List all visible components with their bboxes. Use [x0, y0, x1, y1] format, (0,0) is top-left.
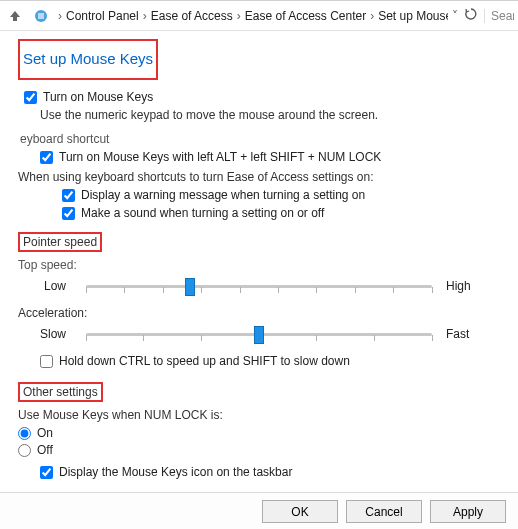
pointer-speed-group-label: Pointer speed [23, 235, 97, 249]
turn-on-mouse-keys-checkbox[interactable] [24, 91, 37, 104]
warn-label: Display a warning message when turning a… [81, 188, 365, 202]
chevron-down-icon[interactable]: ˅ [452, 9, 458, 23]
acceleration-label: Acceleration: [18, 306, 500, 320]
svg-rect-1 [38, 13, 44, 19]
crumb-3[interactable]: Set up Mouse Keys [378, 9, 448, 23]
cpl-icon [33, 8, 49, 24]
slider-thumb[interactable] [185, 278, 195, 296]
dialog-footer: OK Cancel Apply [0, 492, 518, 529]
highlight-box-pointer-speed: Pointer speed [18, 232, 102, 252]
hold-ctrl-checkbox[interactable] [40, 355, 53, 368]
acceleration-slider[interactable] [86, 324, 432, 344]
nav-back-button[interactable] [4, 5, 26, 27]
top-speed-low-label: Low [18, 279, 72, 293]
highlight-box-title: Set up Mouse Keys [18, 39, 158, 80]
slider-thumb[interactable] [254, 326, 264, 344]
enable-shortcut-label: Turn on Mouse Keys with left ALT + left … [59, 150, 381, 164]
content-area: Set up Mouse Keys Turn on Mouse Keys Use… [0, 31, 518, 492]
chevron-right-icon: › [56, 9, 64, 23]
cancel-button[interactable]: Cancel [346, 500, 422, 523]
search-input[interactable]: Sear [484, 9, 514, 23]
sound-label: Make a sound when turning a setting on o… [81, 206, 324, 220]
accel-slow-label: Slow [18, 327, 72, 341]
keyboard-shortcut-group-label: eyboard shortcut [20, 132, 500, 146]
crumb-2[interactable]: Ease of Access Center [245, 9, 366, 23]
page-title: Set up Mouse Keys [23, 50, 153, 67]
accel-fast-label: Fast [446, 327, 500, 341]
top-speed-label: Top speed: [18, 258, 500, 272]
numlock-on-label: On [37, 426, 53, 440]
turn-on-helper-text: Use the numeric keypad to move the mouse… [40, 108, 500, 122]
chevron-right-icon: › [368, 9, 376, 23]
control-panel-icon[interactable] [30, 5, 52, 27]
turn-on-mouse-keys-label: Turn on Mouse Keys [43, 90, 153, 104]
display-icon-label: Display the Mouse Keys icon on the taskb… [59, 465, 292, 479]
numlock-on-radio[interactable] [18, 427, 31, 440]
numlock-off-label: Off [37, 443, 53, 457]
crumb-1[interactable]: Ease of Access [151, 9, 233, 23]
warn-checkbox[interactable] [62, 189, 75, 202]
breadcrumb[interactable]: › Control Panel › Ease of Access › Ease … [56, 9, 448, 23]
display-icon-checkbox[interactable] [40, 466, 53, 479]
address-bar: › Control Panel › Ease of Access › Ease … [0, 1, 518, 31]
highlight-box-other-settings: Other settings [18, 382, 103, 402]
top-speed-high-label: High [446, 279, 500, 293]
other-settings-group-label: Other settings [23, 385, 98, 399]
sound-checkbox[interactable] [62, 207, 75, 220]
enable-shortcut-checkbox[interactable] [40, 151, 53, 164]
when-using-label: When using keyboard shortcuts to turn Ea… [18, 170, 500, 184]
apply-button[interactable]: Apply [430, 500, 506, 523]
slider-ticks [86, 280, 432, 292]
arrow-up-icon [8, 9, 22, 23]
crumb-0[interactable]: Control Panel [66, 9, 139, 23]
ok-button[interactable]: OK [262, 500, 338, 523]
use-when-label: Use Mouse Keys when NUM LOCK is: [18, 408, 500, 422]
refresh-icon[interactable] [460, 7, 482, 24]
chevron-right-icon: › [141, 9, 149, 23]
hold-ctrl-label: Hold down CTRL to speed up and SHIFT to … [59, 354, 350, 368]
chevron-right-icon: › [235, 9, 243, 23]
numlock-off-radio[interactable] [18, 444, 31, 457]
top-speed-slider[interactable] [86, 276, 432, 296]
